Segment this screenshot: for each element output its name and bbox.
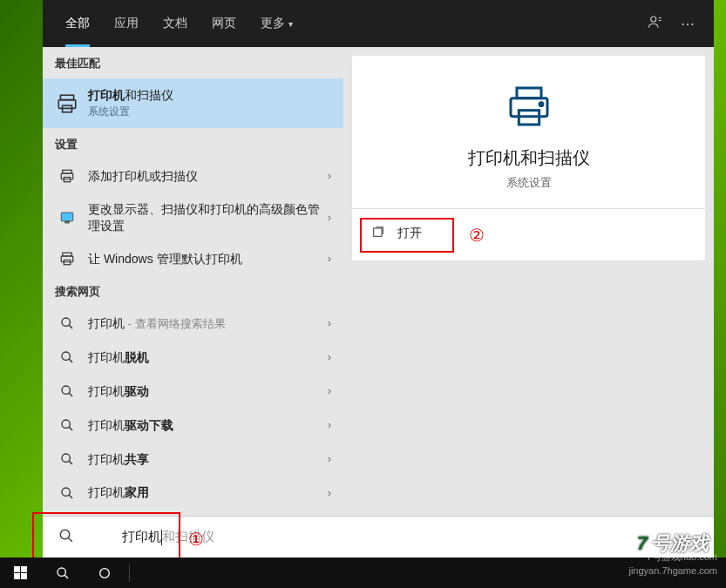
- best-match-item[interactable]: 打印机和扫描仪 系统设置: [43, 78, 343, 128]
- chevron-right-icon: ›: [328, 385, 331, 397]
- printer-icon: [55, 92, 79, 115]
- svg-rect-8: [65, 221, 70, 223]
- chevron-right-icon: ›: [328, 351, 331, 363]
- section-best-match: 最佳匹配: [43, 47, 343, 78]
- section-settings: 设置: [43, 128, 343, 159]
- settings-item-add-printer[interactable]: 添加打印机或扫描仪 ›: [43, 159, 343, 193]
- start-button[interactable]: [0, 558, 42, 588]
- settings-item-default-printer[interactable]: 让 Windows 管理默认打印机 ›: [43, 242, 343, 275]
- svg-point-22: [539, 103, 543, 106]
- search-bar[interactable]: 打印机和扫描仪: [43, 516, 714, 558]
- svg-point-14: [62, 386, 70, 394]
- web-result-item[interactable]: 打印机驱动 ›: [43, 375, 343, 409]
- svg-rect-7: [61, 213, 73, 221]
- search-icon: [58, 528, 74, 547]
- svg-point-0: [651, 17, 656, 22]
- svg-rect-1: [60, 95, 73, 99]
- svg-rect-10: [61, 256, 73, 262]
- chevron-right-icon: ›: [328, 212, 331, 224]
- search-icon: [55, 418, 79, 432]
- settings-item-color-mgmt[interactable]: 更改显示器、扫描仪和打印机的高级颜色管理设置 ›: [43, 193, 343, 241]
- preview-subtitle: 系统设置: [352, 175, 705, 191]
- search-input[interactable]: [86, 530, 698, 544]
- monitor-icon: [55, 210, 79, 226]
- tab-web[interactable]: 网页: [200, 0, 248, 47]
- svg-rect-5: [61, 173, 73, 179]
- feedback-icon[interactable]: [639, 14, 672, 33]
- svg-rect-25: [14, 566, 20, 572]
- svg-point-13: [62, 352, 70, 360]
- printer-icon: [55, 168, 79, 184]
- search-icon: [55, 452, 79, 466]
- windows-search-panel: 全部 应用 文档 网页 更多▾ ⋯ 最佳匹配 打印机和扫描仪 系统设置 设置: [43, 0, 714, 558]
- tab-apps[interactable]: 应用: [102, 0, 151, 47]
- chevron-right-icon: ›: [328, 317, 331, 329]
- svg-point-17: [62, 488, 70, 496]
- chevron-right-icon: ›: [328, 453, 331, 465]
- web-result-item[interactable]: 打印机驱动下载 ›: [43, 409, 343, 443]
- results-list: 最佳匹配 打印机和扫描仪 系统设置 设置 添加打印机或扫描仪 › 更改显示器、扫…: [43, 47, 343, 558]
- tab-docs[interactable]: 文档: [151, 0, 200, 47]
- svg-point-12: [62, 318, 70, 326]
- svg-point-29: [58, 568, 65, 576]
- tab-all[interactable]: 全部: [53, 0, 102, 47]
- annotation-label-2: ②: [469, 225, 485, 246]
- web-result-item[interactable]: 打印机脱机 ›: [43, 341, 343, 375]
- chevron-right-icon: ›: [328, 253, 331, 265]
- chevron-down-icon: ▾: [288, 19, 293, 29]
- chevron-right-icon: ›: [328, 170, 331, 182]
- more-options-icon[interactable]: ⋯: [672, 16, 703, 32]
- search-icon: [55, 350, 79, 364]
- svg-rect-23: [374, 228, 382, 236]
- search-tabs: 全部 应用 文档 网页 更多▾ ⋯: [43, 0, 714, 47]
- section-web-search: 搜索网页: [43, 275, 343, 307]
- printer-icon: [55, 251, 79, 267]
- printer-icon: [352, 82, 705, 131]
- chevron-right-icon: ›: [328, 487, 331, 499]
- svg-rect-28: [21, 573, 27, 579]
- svg-point-24: [60, 530, 70, 539]
- svg-point-16: [62, 454, 70, 462]
- chevron-right-icon: ›: [328, 419, 331, 431]
- cortana-button[interactable]: [84, 558, 126, 588]
- taskbar-search-button[interactable]: [42, 558, 84, 588]
- tab-more[interactable]: 更多▾: [248, 0, 305, 47]
- svg-rect-26: [21, 566, 27, 572]
- taskbar: [0, 558, 726, 588]
- svg-point-15: [62, 420, 70, 428]
- search-icon: [55, 486, 79, 500]
- svg-point-30: [100, 568, 110, 578]
- annotation-label-1: ①: [188, 529, 204, 550]
- open-button[interactable]: 打开: [352, 216, 705, 250]
- web-result-item[interactable]: 打印机 - 查看网络搜索结果 ›: [43, 307, 343, 341]
- svg-rect-27: [14, 573, 20, 579]
- preview-title: 打印机和扫描仪: [352, 146, 705, 170]
- preview-pane: 打印机和扫描仪 系统设置 打开: [343, 47, 714, 558]
- open-icon: [371, 225, 385, 241]
- web-result-item[interactable]: 打印机共享 ›: [43, 443, 343, 476]
- search-icon: [55, 316, 79, 330]
- svg-rect-2: [58, 99, 76, 108]
- web-result-item[interactable]: 打印机家用 ›: [43, 476, 343, 510]
- search-icon: [55, 384, 79, 398]
- svg-rect-20: [511, 98, 547, 117]
- svg-rect-19: [517, 88, 541, 98]
